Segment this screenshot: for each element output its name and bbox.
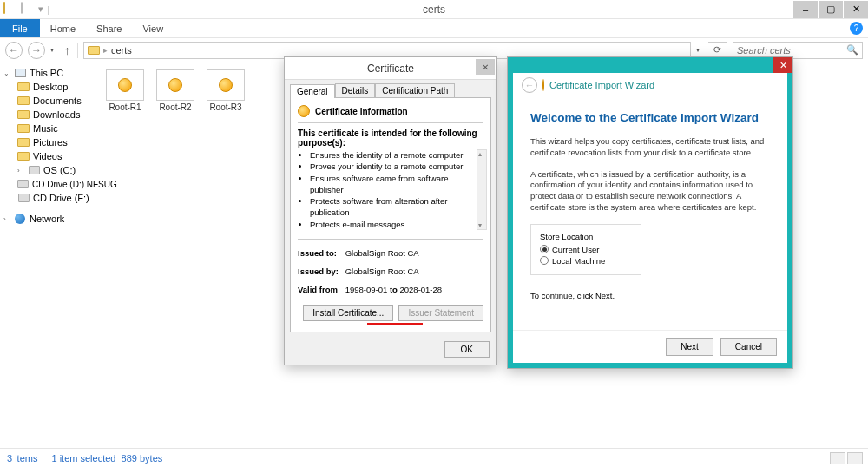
sidebar-item-documents[interactable]: Documents [0, 94, 95, 108]
sidebar-label: Downloads [33, 109, 80, 120]
sidebar-item-osdrive[interactable]: ›OS (C:) [0, 163, 95, 177]
close-button[interactable]: ✕ [844, 1, 868, 18]
cert-validity: Valid from 1998-09-01 to 2028-01-28 [298, 285, 483, 294]
menubar: File Home Share View ? [0, 19, 868, 38]
search-input[interactable] [737, 45, 858, 56]
wizard-continue-text: To continue, click Next. [530, 291, 770, 300]
wizard-paragraph-2: A certificate, which is issued by a cert… [530, 169, 770, 214]
up-button[interactable]: ↑ [62, 43, 72, 57]
file-item-root-r1[interactable]: Root-R1 [104, 69, 146, 112]
certificate-icon [207, 69, 245, 101]
wizard-back-button[interactable]: ← [522, 77, 537, 93]
certificate-tabs: General Details Certification Path [285, 80, 496, 97]
install-certificate-button[interactable]: Install Certificate... [303, 305, 393, 321]
sidebar: ⌄This PC Desktop Documents Downloads Mus… [0, 62, 95, 447]
sidebar-label: Network [30, 214, 64, 224]
home-tab[interactable]: Home [40, 19, 86, 37]
qat-divider: ▾ [38, 3, 43, 15]
certificate-icon [156, 69, 194, 101]
sidebar-label: This PC [30, 68, 63, 78]
sidebar-item-thispc[interactable]: ⌄This PC [0, 66, 95, 80]
sidebar-label: Videos [33, 151, 62, 161]
status-selected-count: 1 item selected [51, 453, 115, 464]
file-name-label: Root-R2 [155, 102, 196, 112]
details-view-button[interactable] [830, 452, 845, 464]
statusbar: 3 items 1 item selected 889 bytes [0, 448, 868, 467]
cert-purposes-box: Ensures the identity of a remote compute… [298, 149, 483, 230]
share-tab[interactable]: Share [86, 19, 132, 37]
forward-button[interactable]: → [28, 42, 45, 59]
sidebar-label: CD Drive (F:) [33, 193, 89, 203]
sidebar-item-downloads[interactable]: Downloads [0, 108, 95, 122]
certificate-dialog: Certificate ✕ General Details Certificat… [284, 56, 497, 365]
cert-purpose-item: Proves your identity to a remote compute… [310, 161, 475, 172]
sidebar-label: OS (C:) [43, 165, 76, 175]
sidebar-item-videos[interactable]: Videos [0, 149, 95, 163]
cert-intended-heading: This certificate is intended for the fol… [298, 128, 483, 148]
cert-issued-to: Issued to: GlobalSign Root CA [298, 248, 483, 258]
certificate-dialog-titlebar[interactable]: Certificate ✕ [285, 57, 496, 80]
help-icon[interactable]: ? [850, 22, 863, 35]
wizard-footer: Next Cancel [513, 330, 787, 363]
tab-cert-path[interactable]: Certification Path [375, 83, 455, 97]
cert-issued-by: Issued by: GlobalSign Root CA [298, 266, 483, 276]
sidebar-item-cddrive-f[interactable]: CD Drive (F:) [0, 191, 95, 205]
wizard-paragraph-1: This wizard helps you copy certificates,… [530, 136, 770, 159]
cert-purpose-item: Ensures software came from software publ… [310, 173, 475, 196]
sidebar-item-cddrive-d[interactable]: CD Drive (D:) NFSUG [0, 177, 95, 191]
radio-icon [540, 245, 549, 253]
store-location-label: Store Location [540, 232, 632, 241]
status-size: 889 bytes [122, 453, 163, 464]
window-titlebar: ▾ | certs – ▢ ✕ [0, 0, 868, 19]
file-item-root-r2[interactable]: Root-R2 [155, 69, 196, 112]
certificate-icon [542, 80, 544, 90]
file-item-root-r3[interactable]: Root-R3 [205, 69, 247, 112]
minimize-button[interactable]: – [793, 1, 818, 18]
qat-sep: | [47, 4, 49, 15]
certificate-dialog-title: Certificate [367, 62, 414, 75]
file-name-label: Root-R1 [104, 102, 146, 112]
wizard-body: Welcome to the Certificate Import Wizard… [513, 97, 787, 330]
back-button[interactable]: ← [5, 42, 23, 59]
scrollbar[interactable] [477, 149, 487, 230]
breadcrumb-folder[interactable]: certs [111, 45, 132, 56]
annotation-underline [367, 323, 423, 325]
sidebar-item-desktop[interactable]: Desktop [0, 80, 95, 94]
divider [298, 239, 483, 240]
breadcrumb-sep: ▸ [103, 46, 108, 55]
file-menu[interactable]: File [0, 19, 40, 37]
tab-general[interactable]: General [290, 84, 335, 98]
certificate-icon [298, 105, 310, 117]
search-icon: 🔍 [846, 44, 858, 56]
sidebar-label: Desktop [33, 82, 68, 92]
window-controls: – ▢ ✕ [792, 1, 868, 18]
cert-purpose-item: Ensures the identity of a remote compute… [310, 149, 475, 161]
maximize-button[interactable]: ▢ [819, 1, 843, 18]
wizard-close-button[interactable]: ✕ [773, 57, 792, 73]
sidebar-item-network[interactable]: ›Network [0, 212, 95, 226]
radio-local-machine[interactable]: Local Machine [540, 256, 632, 266]
certificate-ok-button[interactable]: OK [444, 341, 490, 358]
titlebar-left: ▾ | [0, 3, 49, 16]
thumbnails-view-button[interactable] [847, 452, 863, 464]
cert-info-heading: Certificate Information [315, 107, 408, 116]
radio-icon [540, 256, 549, 265]
sidebar-item-pictures[interactable]: Pictures [0, 135, 95, 149]
breadcrumb-dropdown[interactable]: ▾ [696, 46, 700, 54]
recent-locations-button[interactable]: ▾ [50, 46, 54, 54]
folder-icon [88, 45, 100, 56]
sidebar-label: Music [33, 123, 58, 134]
view-tab[interactable]: View [132, 19, 174, 37]
sidebar-item-music[interactable]: Music [0, 122, 95, 135]
certificate-dialog-close-button[interactable]: ✕ [476, 59, 495, 75]
wizard-header: ← Certificate Import Wizard [513, 73, 787, 97]
certificate-tab-panel: Certificate Information This certificate… [290, 97, 491, 332]
issuer-statement-button: Issuer Statement [398, 305, 483, 321]
radio-current-user[interactable]: Current User [540, 245, 632, 254]
store-location-group: Store Location Current User Local Machin… [530, 224, 641, 275]
wizard-next-button[interactable]: Next [666, 338, 713, 356]
tab-details[interactable]: Details [335, 83, 376, 97]
wizard-titlebar[interactable]: ✕ [508, 57, 792, 73]
wizard-cancel-button[interactable]: Cancel [720, 338, 777, 356]
cert-info-header: Certificate Information [298, 105, 483, 123]
